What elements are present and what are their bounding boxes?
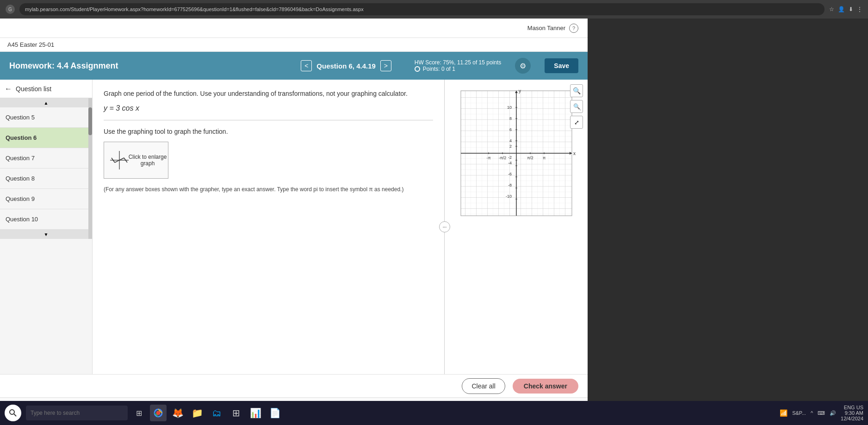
svg-text:-2: -2 — [508, 155, 511, 160]
svg-text:-4: -4 — [508, 161, 511, 165]
svg-text:2: 2 — [509, 144, 511, 149]
address-bar[interactable]: mylab.pearson.com/Student/PlayerHomework… — [19, 3, 825, 15]
browser-chrome: G mylab.pearson.com/Student/PlayerHomewo… — [0, 0, 868, 19]
homework-title: Homework: 4.4 Assignment — [9, 61, 291, 71]
user-info: Mason Tanner ? — [527, 24, 578, 33]
function-display: y = 3 cos x — [104, 104, 433, 112]
top-bar: Mason Tanner ? — [0, 19, 588, 38]
app-container: Mason Tanner ? A45 Easter 25-01 Homework… — [0, 19, 588, 425]
hw-score-text: HW Score: 75%, 11.25 of 15 points — [415, 59, 501, 66]
chevron-up-icon[interactable]: ^ — [811, 410, 813, 416]
graph-svg-container: y x 10 8 6 4 2 -2 -4 -6 -8 -10 — [454, 86, 579, 227]
settings-button[interactable]: ⚙ — [515, 58, 531, 74]
taskbar-search-input[interactable] — [26, 406, 128, 420]
taskbar-folder-icon[interactable]: 📁 — [189, 405, 205, 421]
taskbar-stock: S&P... — [792, 410, 806, 416]
sidebar-scroll-down[interactable]: ▼ — [0, 230, 92, 239]
taskbar-chrome-icon[interactable] — [150, 405, 167, 421]
taskbar-clock: ENG US 9:30 AM 12/4/2024 — [841, 405, 863, 421]
task-view-button[interactable]: ⊞ — [130, 405, 147, 421]
back-icon[interactable]: ← — [5, 85, 12, 93]
windows-search-icon[interactable] — [5, 405, 21, 421]
taskbar-right: 📶 S&P... ^ ⌨ 🔊 ENG US 9:30 AM 12/4/2024 — [780, 405, 863, 421]
sidebar-item-q8[interactable]: Question 8 — [0, 169, 92, 189]
browser-favicon: G — [6, 5, 15, 14]
sidebar-item-q10[interactable]: Question 10 — [0, 209, 92, 230]
sidebar-item-q6[interactable]: Question 6 — [0, 128, 92, 148]
svg-text:6: 6 — [509, 127, 511, 132]
sidebar-item-q7[interactable]: Question 7 — [0, 148, 92, 169]
scroll-thumb — [88, 107, 92, 135]
question-area: Graph one period of the function. Use yo… — [93, 80, 444, 374]
taskbar-time: 9:30 AM — [845, 410, 863, 416]
svg-text:π: π — [542, 156, 545, 160]
coordinate-graph[interactable]: y x 10 8 6 4 2 -2 -4 -6 -8 -10 — [454, 86, 579, 225]
bottom-action-bar: Clear all Check answer — [0, 374, 588, 397]
zoom-in-button[interactable]: 🔍 — [570, 84, 583, 97]
expand-graph-button[interactable]: ··· — [439, 221, 450, 232]
svg-text:π/2: π/2 — [527, 156, 533, 160]
scroll-indicator — [88, 98, 92, 239]
main-area: ← Question list ▲ Question 5 Question 6 … — [0, 80, 588, 374]
header-nav: Homework: 4.4 Assignment < Question 6, 4… — [0, 52, 588, 80]
search-magnifier-icon — [8, 408, 18, 418]
taskbar-word-icon[interactable]: 📄 — [267, 405, 283, 421]
svg-point-46 — [156, 411, 160, 415]
svg-text:4: 4 — [509, 138, 511, 143]
instruction-note: (For any answer boxes shown with the gra… — [104, 185, 433, 194]
svg-text:-π: -π — [486, 156, 490, 160]
check-answer-button[interactable]: Check answer — [513, 379, 578, 394]
tool-instruction: Use the graphing tool to graph the funct… — [104, 128, 433, 135]
sidebar-header: ← Question list — [0, 80, 92, 98]
divider — [104, 120, 433, 120]
speaker-icon: 🔊 — [830, 410, 836, 416]
graph-controls: 🔍 -🔍 ⤢ — [570, 84, 583, 129]
chrome-logo — [153, 408, 163, 418]
graph-panel: ··· 🔍 -🔍 ⤢ — [444, 80, 588, 374]
taskbar-apps-icon[interactable]: ⊞ — [228, 405, 244, 421]
browser-actions: ☆ 👤 ⬇ ⋮ — [829, 6, 862, 12]
zoom-out-button[interactable]: -🔍 — [570, 100, 583, 113]
taskbar-date: 12/4/2024 — [841, 416, 863, 421]
svg-text:8: 8 — [509, 116, 511, 121]
hw-score-line: HW Score: 75%, 11.25 of 15 points — [415, 59, 501, 66]
help-icon[interactable]: ? — [569, 24, 578, 33]
points-line: Points: 0 of 1 — [415, 66, 455, 72]
svg-text:x: x — [573, 151, 576, 156]
svg-text:10: 10 — [507, 105, 511, 110]
taskbar-firefox-icon[interactable]: 🦊 — [169, 405, 186, 421]
profile-icon[interactable]: 👤 — [838, 6, 845, 12]
taskbar: ⊞ 🦊 📁 🗂 ⊞ 📊 📄 📶 S&P... ^ ⌨ 🔊 ENG US 9:30… — [0, 401, 868, 425]
svg-text:-π/2: -π/2 — [498, 156, 506, 160]
taskbar-excel-icon[interactable]: 📊 — [247, 405, 264, 421]
sidebar-scroll-up[interactable]: ▲ — [0, 98, 92, 107]
sidebar: ← Question list ▲ Question 5 Question 6 … — [0, 80, 93, 374]
svg-text:y: y — [519, 88, 521, 94]
sidebar-item-q5[interactable]: Question 5 — [0, 107, 92, 128]
course-bar: A45 Easter 25-01 — [0, 38, 588, 52]
keyboard-icon: ⌨ — [818, 410, 825, 416]
sidebar-item-q9[interactable]: Question 9 — [0, 189, 92, 209]
svg-text:-10: -10 — [505, 194, 511, 199]
prev-question-button[interactable]: < — [301, 60, 312, 71]
clear-all-button[interactable]: Clear all — [462, 378, 505, 394]
points-circle-icon — [415, 66, 420, 72]
graph-tool-box[interactable]: Click to enlarge graph — [104, 142, 168, 179]
signal-icon: 📶 — [780, 409, 787, 417]
taskbar-language: ENG US — [844, 405, 863, 410]
download-icon[interactable]: ⬇ — [849, 6, 853, 12]
svg-line-43 — [14, 414, 16, 416]
fullscreen-button[interactable]: ⤢ — [570, 116, 583, 129]
content-area: Graph one period of the function. Use yo… — [93, 80, 588, 374]
more-icon[interactable]: ⋮ — [857, 6, 862, 12]
bookmark-icon[interactable]: ☆ — [829, 6, 834, 12]
next-question-button[interactable]: > — [380, 60, 391, 71]
points-text: Points: 0 of 1 — [423, 66, 455, 72]
taskbar-files-icon[interactable]: 🗂 — [208, 405, 225, 421]
course-title: A45 Easter 25-01 — [7, 41, 54, 48]
score-section: HW Score: 75%, 11.25 of 15 points Points… — [415, 59, 501, 72]
question-instruction: Graph one period of the function. Use yo… — [104, 89, 433, 99]
svg-text:-6: -6 — [508, 172, 511, 176]
save-button[interactable]: Save — [545, 58, 578, 73]
question-nav: < Question 6, 4.4.19 > — [301, 60, 391, 71]
